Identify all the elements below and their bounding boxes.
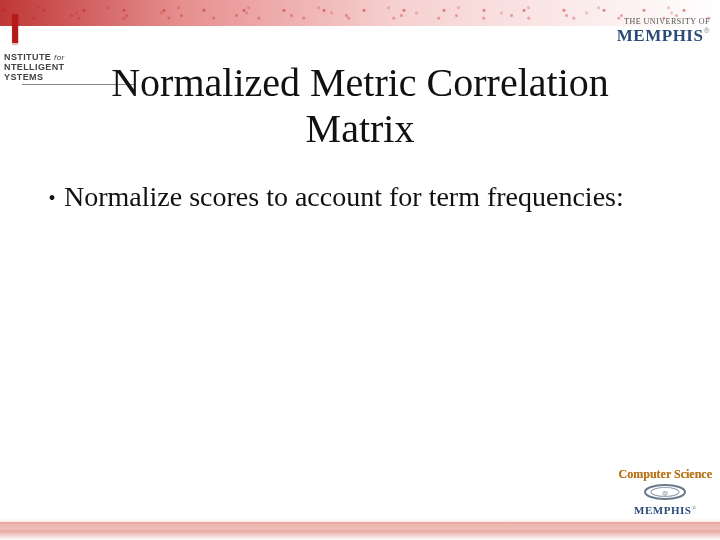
bullet-icon: • [40,180,64,210]
bullet-item: • Normalize scores to account for term f… [40,180,660,214]
slide-body: • Normalize scores to account for term f… [40,180,660,214]
footer-logo: Computer Science @ MEMPHIS® [619,468,712,516]
university-name: MEMPHIS® [617,27,710,44]
institute-i-mark: I [6,8,24,50]
bullet-text: Normalize scores to account for term fre… [64,180,624,214]
bottom-decorative-bar [0,518,720,540]
university-name-text: MEMPHIS [617,26,704,45]
footer-registered-mark-icon: ® [691,505,696,511]
footer-dept: Computer Science [619,468,712,480]
svg-text:@: @ [662,490,668,496]
footer-university: MEMPHIS® [619,505,712,516]
footer-ring-icon: @ [642,481,688,503]
registered-mark-icon: ® [703,26,710,35]
footer-university-text: MEMPHIS [634,504,691,516]
university-prefix: THE UNIVERSITY OF [617,18,710,26]
slide-title: Normalized Metric Correlation Matrix [60,60,660,152]
institute-line1: NSTITUTE [4,52,51,62]
university-logo-top: THE UNIVERSITY OF MEMPHIS® [617,18,710,44]
